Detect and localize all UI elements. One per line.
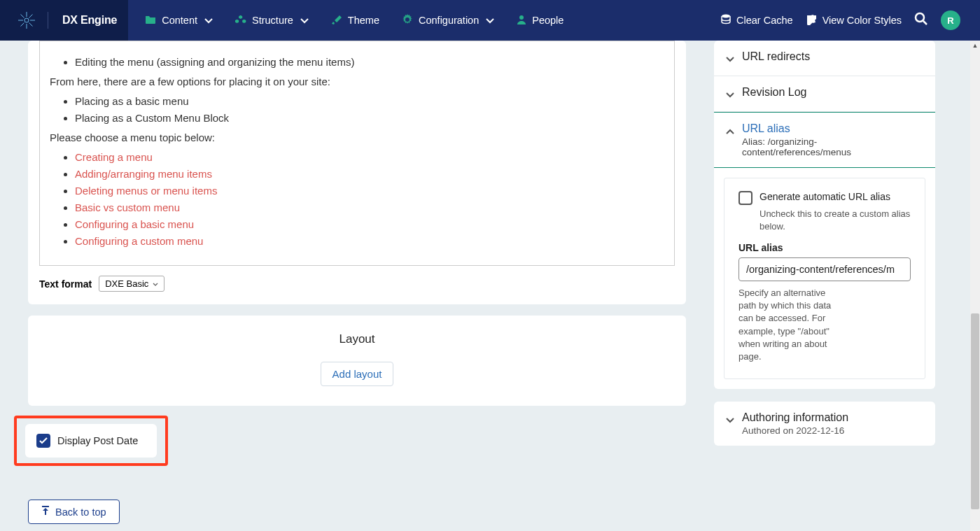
accordion-revision-log[interactable]: Revision Log [714, 76, 935, 112]
avatar[interactable]: R [941, 10, 960, 30]
list-item: Placing as a basic menu [75, 93, 664, 110]
swatch-icon [806, 14, 817, 27]
text-format-row: Text format DXE Basic [28, 266, 686, 292]
paragraph: From here, there are a few options for p… [50, 73, 664, 90]
cubes-icon [235, 15, 246, 27]
nav-structure[interactable]: Structure [224, 0, 320, 41]
svg-point-10 [722, 14, 730, 17]
chevron-down-icon [486, 15, 494, 26]
logo-area[interactable]: DX Engine [0, 0, 128, 41]
chevron-down-icon [300, 15, 309, 26]
accordion-authoring-info[interactable]: Authoring information Authored on 2022-1… [714, 402, 935, 446]
chevron-down-icon [153, 278, 158, 289]
svg-line-8 [29, 15, 33, 18]
paragraph: Please choose a menu topic below: [50, 129, 664, 146]
editor-textarea[interactable]: Editing the menu (assigning and organizi… [39, 41, 675, 266]
alias-field-label: URL alias [738, 242, 911, 253]
scroll-thumb[interactable] [971, 313, 979, 509]
svg-point-9 [519, 15, 524, 20]
highlight-annotation: Display Post Date [14, 416, 168, 466]
editor-link[interactable]: Deleting menus or menu items [75, 185, 217, 197]
svg-line-6 [29, 23, 33, 27]
editor-link[interactable]: Creating a menu [75, 151, 153, 163]
chevron-down-icon [725, 414, 735, 427]
chevron-up-icon [725, 125, 735, 138]
view-colors-button[interactable]: View Color Styles [806, 14, 902, 27]
post-date-card: Display Post Date [25, 424, 157, 458]
list-item: Editing the menu (assigning and organizi… [75, 54, 664, 71]
clear-cache-button[interactable]: Clear Cache [721, 14, 793, 27]
layout-card: Layout Add layout [28, 316, 686, 406]
sidebar: URL redirects Revision Log URL alias Ali… [714, 41, 935, 517]
brush-icon [331, 15, 342, 27]
main-column: Editing the menu (assigning and organizi… [28, 41, 686, 517]
list-item: Placing as a Custom Menu Block [75, 110, 664, 127]
folder-icon [145, 15, 156, 27]
nav-right: Clear Cache View Color Styles R [721, 10, 980, 30]
svg-point-0 [24, 18, 29, 22]
logo-icon [17, 10, 36, 30]
editor-link[interactable]: Adding/arranging menu items [75, 168, 212, 180]
nav-configuration[interactable]: Configuration [391, 0, 505, 41]
scroll-up-arrow[interactable]: ▲ [970, 41, 980, 50]
divider [48, 12, 48, 29]
svg-line-5 [21, 15, 24, 18]
generate-auto-alias-checkbox[interactable] [738, 191, 752, 205]
side-card: URL redirects Revision Log URL alias Ali… [714, 41, 935, 389]
gen-auto-help: Uncheck this to create a custom alias be… [760, 208, 911, 232]
display-post-date-checkbox[interactable] [36, 434, 50, 448]
arrow-up-icon [41, 506, 50, 518]
svg-line-7 [21, 23, 24, 27]
editor-link[interactable]: Basic vs custom menu [75, 201, 180, 213]
editor-link[interactable]: Configuring a basic menu [75, 218, 194, 230]
accordion-url-alias[interactable]: URL alias Alias: /organizing-content/ref… [714, 112, 935, 168]
person-icon [517, 15, 526, 27]
svg-line-12 [923, 21, 927, 24]
navbar: DX Engine Content Structure Theme Config… [0, 0, 980, 41]
nav-people[interactable]: People [505, 0, 575, 41]
gen-auto-label: Generate automatic URL alias [760, 191, 890, 202]
editor-card: Editing the menu (assigning and organizi… [28, 41, 686, 304]
alias-help: Specify an alternative path by which thi… [738, 287, 844, 363]
editor-link[interactable]: Configuring a custom menu [75, 235, 203, 247]
back-to-top-button[interactable]: Back to top [28, 500, 120, 524]
content: Editing the menu (assigning and organizi… [0, 41, 980, 531]
brand-text: DX Engine [62, 14, 117, 27]
layout-title: Layout [28, 332, 686, 346]
url-alias-input[interactable] [738, 257, 911, 281]
chevron-down-icon [725, 89, 735, 101]
chevron-down-icon [725, 53, 735, 66]
add-layout-button[interactable]: Add layout [321, 362, 394, 386]
nav-content[interactable]: Content [134, 0, 224, 41]
scrollbar[interactable]: ▲ [970, 41, 980, 531]
database-icon [721, 14, 731, 27]
nav-theme[interactable]: Theme [320, 0, 391, 41]
alias-body: Generate automatic URL alias Uncheck thi… [724, 178, 925, 379]
search-icon[interactable] [914, 12, 928, 29]
svg-point-11 [916, 13, 924, 22]
text-format-label: Text format [39, 278, 92, 290]
gear-icon [402, 14, 413, 27]
nav-items: Content Structure Theme Configuration Pe… [134, 0, 575, 41]
chevron-down-icon [204, 15, 213, 26]
post-date-label: Display Post Date [57, 435, 138, 446]
text-format-select[interactable]: DXE Basic [99, 276, 164, 292]
accordion-url-redirects[interactable]: URL redirects [714, 41, 935, 76]
